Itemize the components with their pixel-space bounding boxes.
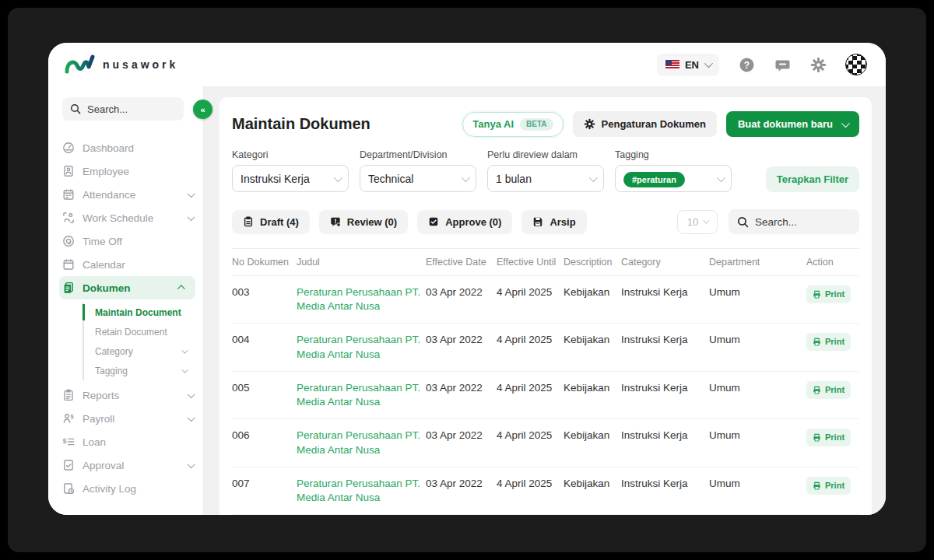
effective-until-cell: 4 April 2025 [497, 467, 564, 514]
print-button[interactable]: Print [806, 285, 851, 303]
sidebar-search-placeholder: Search... [87, 103, 128, 115]
us-flag-icon [665, 60, 679, 69]
doc-number-cell: 006 [232, 419, 297, 466]
table-row: 007 Peraturan Perusahaan PT. Media Antar… [232, 467, 859, 515]
table-search-placeholder: Search... [755, 216, 797, 228]
category-cell: Instruksi Kerja [621, 419, 709, 466]
submenu-item-maintain-document[interactable]: Maintain Document [84, 303, 203, 322]
description-cell: Kebijakan [564, 324, 621, 370]
department-cell: Umum [709, 324, 806, 370]
tab-draft[interactable]: Draft (4) [232, 210, 310, 234]
effective-until-cell: 4 April 2025 [497, 372, 564, 418]
draft-icon [243, 216, 254, 227]
tanya-ai-button[interactable]: Tanya AI BETA [462, 112, 563, 137]
doc-title-link[interactable]: Peraturan Perusahaan PT. Media Antar Nus… [297, 276, 426, 323]
sidebar-item-work-schedule[interactable]: Work Schedule [62, 206, 203, 229]
document-settings-label: Pengaturan Dokumen [602, 118, 706, 130]
category-cell: Instruksi Kerja [621, 372, 709, 418]
tab-arsip[interactable]: Arsip [521, 210, 586, 234]
kategori-select[interactable]: Instruksi Kerja [232, 165, 349, 192]
sidebar-item-employee[interactable]: Employee [62, 159, 203, 183]
doc-title-link[interactable]: Peraturan Perusahaan PT. Media Antar Nus… [297, 372, 426, 418]
table-search-input[interactable]: Search... [729, 209, 859, 234]
table-row: 003 Peraturan Perusahaan PT. Media Antar… [232, 276, 859, 324]
tag-chip[interactable]: #peraturan [623, 172, 685, 187]
archive-icon [532, 216, 543, 227]
tab-review[interactable]: Review (0) [319, 210, 408, 234]
table-row: 004 Peraturan Perusahaan PT. Media Antar… [232, 324, 859, 371]
sidebar-item-calendar[interactable]: Calendar [62, 253, 203, 276]
print-button[interactable]: Print [806, 381, 851, 399]
filter-label-kategori: Kategori [232, 149, 349, 160]
doc-title-link[interactable]: Peraturan Perusahaan PT. Media Antar Nus… [297, 467, 426, 514]
department-cell: Umum [709, 372, 806, 418]
status-tabs: Draft (4) Review (0) Approve (0) Arsip [232, 209, 859, 234]
category-cell: Instruksi Kerja [621, 324, 709, 370]
filter-label-review: Perlu direview dalam [487, 149, 604, 160]
sidebar-item-approval[interactable]: Approval [62, 453, 203, 477]
dokumen-submenu: Maintain Document Retain Document Catego… [62, 303, 203, 380]
documents-table: No Dokumen Judul Effective Date Effectiv… [232, 248, 859, 515]
doc-number-cell: 004 [232, 324, 297, 370]
create-document-button[interactable]: Buat dokumen baru [726, 111, 859, 137]
effective-date-cell: 03 Apr 2022 [426, 324, 497, 370]
tab-approve[interactable]: Approve (0) [417, 210, 512, 234]
sidebar-search-input[interactable]: Search... [62, 97, 184, 121]
description-cell: Kebijakan [564, 372, 621, 418]
review-icon [330, 216, 341, 227]
chevron-down-icon [704, 59, 713, 68]
language-label: EN [685, 59, 699, 71]
department-select[interactable]: Technical [360, 165, 476, 192]
print-button[interactable]: Print [806, 429, 851, 446]
per-page-select[interactable]: 10 [677, 210, 718, 234]
language-selector[interactable]: EN [657, 54, 719, 76]
submenu-item-tagging[interactable]: Tagging [84, 361, 203, 380]
sidebar-item-dokumen[interactable]: Dokumen [59, 276, 195, 299]
print-button[interactable]: Print [806, 477, 851, 495]
doc-title-link[interactable]: Peraturan Perusahaan PT. Media Antar Nus… [297, 324, 426, 370]
feedback-button[interactable] [774, 56, 791, 73]
sidebar-item-dashboard[interactable]: Dashboard [62, 136, 203, 159]
filter-bar: Kategori Instruksi Kerja Department/Divi… [232, 149, 859, 192]
user-avatar[interactable] [845, 54, 867, 75]
printer-icon [813, 433, 821, 442]
header-controls: EN ? [657, 54, 867, 76]
description-cell: Kebijakan [564, 467, 621, 514]
sidebar: Search... « Dashboard Employee Attendanc… [48, 86, 204, 515]
department-cell: Umum [709, 419, 806, 466]
apply-filter-button[interactable]: Terapkan Filter [766, 166, 859, 192]
table-row: 006 Peraturan Perusahaan PT. Media Antar… [232, 419, 859, 467]
submenu-item-category[interactable]: Category [84, 341, 203, 361]
review-period-select[interactable]: 1 bulan [487, 165, 604, 192]
chevron-down-icon [703, 217, 709, 223]
sidebar-item-time-off[interactable]: Time Off [62, 229, 203, 253]
chevron-up-icon [177, 285, 184, 292]
chevron-down-icon [717, 173, 725, 181]
sidebar-item-activity-log[interactable]: Activity Log [62, 477, 203, 500]
tagging-select[interactable]: #peraturan [615, 165, 732, 192]
doc-title-link[interactable]: Peraturan Perusahaan PT. Media Antar Nus… [297, 419, 426, 466]
filter-label-department: Department/Division [360, 149, 476, 160]
gear-icon [584, 118, 595, 130]
settings-button[interactable] [809, 56, 827, 73]
submenu-item-retain-document[interactable]: Retain Document [84, 322, 203, 341]
payroll-icon: $ [62, 412, 75, 425]
sidebar-item-payroll[interactable]: $ Payroll [62, 407, 203, 430]
sidebar-item-loan[interactable]: $ Loan [62, 430, 203, 453]
effective-until-cell: 4 April 2025 [497, 324, 564, 370]
sidebar-collapse-button[interactable]: « [193, 100, 212, 119]
sidebar-item-attendance[interactable]: Attendance [62, 183, 203, 206]
help-button[interactable]: ? [738, 56, 755, 73]
nusawork-logo-icon [64, 52, 95, 77]
create-document-label: Buat dokumen baru [738, 118, 833, 130]
sidebar-item-reports[interactable]: Reports [62, 383, 203, 407]
beta-badge: BETA [520, 118, 553, 131]
chat-icon [774, 57, 791, 73]
brand-name: nusawork [103, 58, 178, 71]
effective-date-cell: 03 Apr 2022 [426, 276, 497, 323]
chevron-down-icon [188, 390, 195, 397]
doc-number-cell: 003 [232, 276, 297, 323]
chevron-down-icon [841, 118, 850, 127]
document-settings-button[interactable]: Pengaturan Dokumen [573, 111, 717, 137]
print-button[interactable]: Print [806, 333, 851, 351]
